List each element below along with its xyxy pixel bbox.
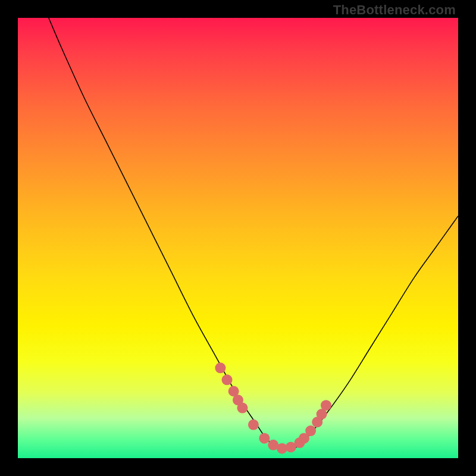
highlight-marker: [248, 419, 259, 430]
watermark-text: TheBottleneck.com: [333, 2, 456, 18]
highlight-marker: [222, 374, 233, 385]
highlight-marker: [305, 425, 316, 436]
bottleneck-curve: [49, 18, 458, 450]
highlight-marker: [259, 433, 270, 444]
highlight-marker: [215, 362, 226, 373]
highlight-marker: [321, 400, 331, 411]
plot-area: [18, 18, 458, 458]
chart-svg: [18, 18, 458, 458]
chart-frame: TheBottleneck.com: [0, 0, 476, 476]
highlight-marker: [237, 403, 248, 414]
marker-group: [215, 362, 331, 453]
